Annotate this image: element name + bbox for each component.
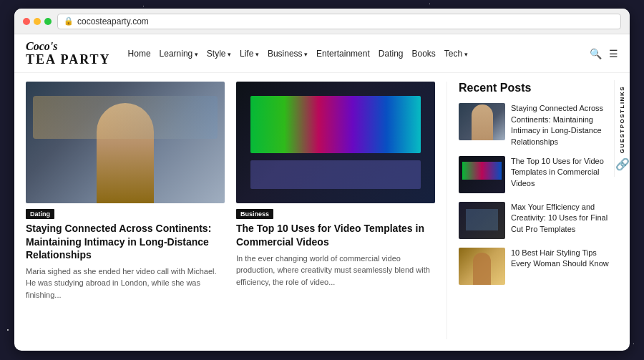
nav-dating[interactable]: Dating: [379, 49, 404, 59]
recent-post-item-4[interactable]: 10 Best Hair Styling Tips Every Woman Sh…: [459, 248, 618, 285]
guestpost-label: GUESTPOSTLINKS: [619, 86, 625, 153]
close-dot[interactable]: [23, 18, 30, 25]
lock-icon: 🔒: [64, 16, 74, 26]
recent-post-text-3: Max Your Efficiency and Creativity: 10 U…: [511, 202, 618, 235]
url-text: cocosteaparty.com: [77, 16, 149, 26]
category-badge-2[interactable]: Business: [236, 209, 273, 219]
articles-section: Dating Staying Connected Across Continen…: [26, 82, 435, 339]
nav-home[interactable]: Home: [128, 49, 151, 59]
recent-post-thumb-4: [459, 248, 505, 285]
recent-post-text-2: The Top 10 Uses for Video Templates in C…: [511, 156, 618, 189]
nav-tech[interactable]: Tech: [444, 49, 468, 59]
article-excerpt-2: In the ever changing world of commercial…: [236, 253, 435, 288]
nav-business[interactable]: Business: [268, 49, 308, 59]
recent-post-text-4: 10 Best Hair Styling Tips Every Woman Sh…: [511, 248, 618, 270]
article-card-2: Business The Top 10 Uses for Video Templ…: [236, 82, 435, 339]
recent-post-item-3[interactable]: Max Your Efficiency and Creativity: 10 U…: [459, 202, 618, 239]
recent-post-thumb-1: [459, 103, 505, 140]
address-bar[interactable]: 🔒 cocosteaparty.com: [57, 14, 621, 29]
nav-learning[interactable]: Learning: [160, 49, 198, 59]
recent-posts-sidebar: Recent Posts Staying Connected Across Co…: [447, 82, 618, 339]
website-content: Coco's TEA PARTY Home Learning Style Lif…: [14, 34, 630, 351]
browser-window: 🔒 cocosteaparty.com Coco's TEA PARTY Hom…: [14, 9, 630, 351]
logo-top: Coco's: [26, 40, 111, 53]
article-image-2[interactable]: [236, 82, 435, 203]
article-title-1[interactable]: Staying Connected Across Continents: Mai…: [26, 222, 225, 261]
article-title-2[interactable]: The Top 10 Uses for Video Templates in C…: [236, 222, 435, 248]
guestpost-link-icon: 🔗: [615, 157, 630, 171]
maximize-dot[interactable]: [44, 18, 52, 25]
main-content: Dating Staying Connected Across Continen…: [14, 73, 630, 348]
nav-style[interactable]: Style: [207, 49, 231, 59]
nav-entertainment[interactable]: Entertainment: [316, 49, 370, 59]
category-badge-1[interactable]: Dating: [26, 209, 54, 219]
menu-icon[interactable]: ☰: [609, 48, 618, 59]
recent-post-item-1[interactable]: Staying Connected Across Continents: Mai…: [459, 103, 618, 147]
browser-toolbar: 🔒 cocosteaparty.com: [14, 9, 630, 34]
article-excerpt-1: Maria sighed as she ended her video call…: [26, 266, 225, 301]
article-image-1[interactable]: [26, 82, 225, 203]
site-logo[interactable]: Coco's TEA PARTY: [26, 40, 111, 67]
navigation-bar: Coco's TEA PARTY Home Learning Style Lif…: [14, 34, 630, 73]
article-card-1: Dating Staying Connected Across Continen…: [26, 82, 225, 339]
nav-books[interactable]: Books: [412, 49, 436, 59]
nav-icons: 🔍 ☰: [590, 48, 618, 59]
nav-life[interactable]: Life: [240, 49, 259, 59]
recent-post-thumb-3: [459, 202, 505, 239]
browser-dots: [23, 18, 52, 25]
guestpost-sidebar[interactable]: GUESTPOSTLINKS 🔗: [614, 80, 630, 177]
recent-post-text-1: Staying Connected Across Continents: Mai…: [511, 103, 618, 147]
minimize-dot[interactable]: [34, 18, 41, 25]
nav-links: Home Learning Style Life Business Entert…: [128, 49, 578, 59]
recent-post-thumb-2: [459, 156, 505, 193]
search-icon[interactable]: 🔍: [590, 48, 602, 59]
logo-bottom: TEA PARTY: [26, 53, 111, 67]
recent-posts-title: Recent Posts: [459, 82, 618, 94]
recent-post-item-2[interactable]: The Top 10 Uses for Video Templates in C…: [459, 156, 618, 193]
